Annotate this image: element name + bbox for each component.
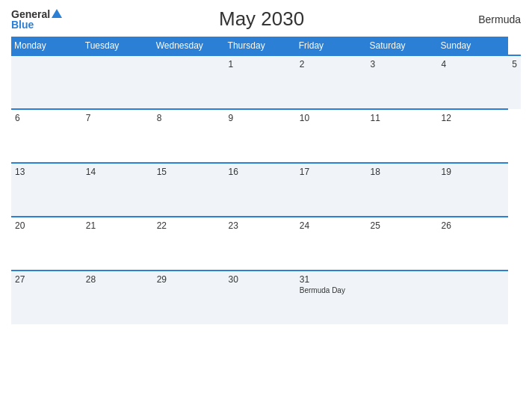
date-number: 7 — [86, 113, 149, 123]
date-number: 5 — [512, 59, 517, 69]
calendar-cell: 1 — [225, 55, 296, 109]
date-number: 19 — [442, 167, 505, 177]
date-number: 12 — [442, 113, 505, 123]
week-row-5: 2728293031Bermuda Day — [11, 271, 521, 324]
calendar-cell: 25 — [367, 217, 438, 271]
calendar-cell: 12 — [438, 109, 509, 163]
calendar-cell: 4 — [438, 55, 509, 109]
calendar-cell: 29 — [153, 271, 225, 324]
date-number: 22 — [157, 220, 221, 231]
event-label: Bermuda Day — [300, 286, 363, 294]
calendar-cell: 31Bermuda Day — [296, 271, 367, 324]
calendar-cell: 23 — [225, 217, 296, 271]
date-number: 28 — [86, 274, 149, 285]
calendar-cell — [82, 55, 153, 109]
weekday-header-row: Monday Tuesday Wednesday Thursday Friday… — [11, 37, 521, 55]
calendar-cell — [367, 271, 438, 324]
logo-triangle-icon — [52, 9, 62, 18]
calendar-cell: 30 — [225, 271, 296, 324]
calendar-page: General Blue May 2030 Bermuda Monday Tue… — [0, 0, 532, 411]
col-monday: Monday — [11, 37, 82, 55]
calendar-cell: 9 — [225, 109, 296, 163]
date-number: 26 — [442, 220, 505, 231]
date-number: 18 — [371, 167, 434, 177]
date-number: 9 — [229, 113, 292, 123]
calendar-cell: 11 — [367, 109, 438, 163]
week-row-1: 12345 — [11, 55, 521, 109]
date-number: 25 — [371, 220, 434, 231]
logo: General Blue — [11, 9, 62, 30]
date-number: 23 — [229, 220, 292, 231]
date-number: 6 — [15, 113, 78, 123]
date-number: 31 — [300, 274, 363, 285]
calendar-cell: 26 — [438, 217, 509, 271]
week-row-4: 20212223242526 — [11, 217, 521, 271]
logo-blue-text: Blue — [11, 19, 34, 30]
calendar-cell: 22 — [153, 217, 225, 271]
date-number: 13 — [15, 167, 78, 177]
calendar-cell — [153, 55, 225, 109]
calendar-cell: 28 — [82, 271, 153, 324]
calendar-cell: 2 — [296, 55, 367, 109]
calendar-cell: 3 — [367, 55, 438, 109]
page-title: May 2030 — [62, 7, 461, 31]
calendar-cell: 17 — [296, 163, 367, 217]
calendar-header: General Blue May 2030 Bermuda — [11, 7, 521, 31]
date-number: 8 — [157, 113, 221, 123]
calendar-cell — [11, 55, 82, 109]
calendar-table: Monday Tuesday Wednesday Thursday Friday… — [11, 37, 521, 324]
date-number: 30 — [229, 274, 292, 285]
date-number: 17 — [300, 167, 363, 177]
date-number: 29 — [157, 274, 221, 285]
date-number: 14 — [86, 167, 149, 177]
calendar-cell: 15 — [153, 163, 225, 217]
calendar-cell: 21 — [82, 217, 153, 271]
date-number: 2 — [300, 59, 363, 69]
calendar-cell: 10 — [296, 109, 367, 163]
date-number: 1 — [229, 59, 292, 69]
region-label: Bermuda — [461, 13, 521, 25]
calendar-cell: 6 — [11, 109, 82, 163]
col-tuesday: Tuesday — [82, 37, 153, 55]
date-number: 27 — [15, 274, 78, 285]
calendar-cell: 27 — [11, 271, 82, 324]
col-wednesday: Wednesday — [153, 37, 225, 55]
date-number: 15 — [157, 167, 221, 177]
col-saturday: Saturday — [367, 37, 438, 55]
calendar-cell: 24 — [296, 217, 367, 271]
col-sunday: Sunday — [438, 37, 509, 55]
calendar-cell: 13 — [11, 163, 82, 217]
logo-general-text: General — [11, 9, 50, 19]
calendar-cell: 20 — [11, 217, 82, 271]
calendar-cell: 7 — [82, 109, 153, 163]
date-number: 4 — [442, 59, 505, 69]
date-number: 20 — [15, 220, 78, 231]
week-row-3: 13141516171819 — [11, 163, 521, 217]
date-number: 3 — [371, 59, 434, 69]
calendar-cell: 8 — [153, 109, 225, 163]
calendar-cell: 18 — [367, 163, 438, 217]
calendar-cell: 16 — [225, 163, 296, 217]
date-number: 10 — [300, 113, 363, 123]
calendar-cell — [438, 271, 509, 324]
col-friday: Friday — [296, 37, 367, 55]
calendar-cell: 19 — [438, 163, 509, 217]
date-number: 11 — [371, 113, 434, 123]
col-thursday: Thursday — [225, 37, 296, 55]
date-number: 24 — [300, 220, 363, 231]
date-number: 16 — [229, 167, 292, 177]
calendar-cell: 14 — [82, 163, 153, 217]
date-number: 21 — [86, 220, 149, 231]
calendar-cell: 5 — [508, 55, 521, 109]
week-row-2: 6789101112 — [11, 109, 521, 163]
